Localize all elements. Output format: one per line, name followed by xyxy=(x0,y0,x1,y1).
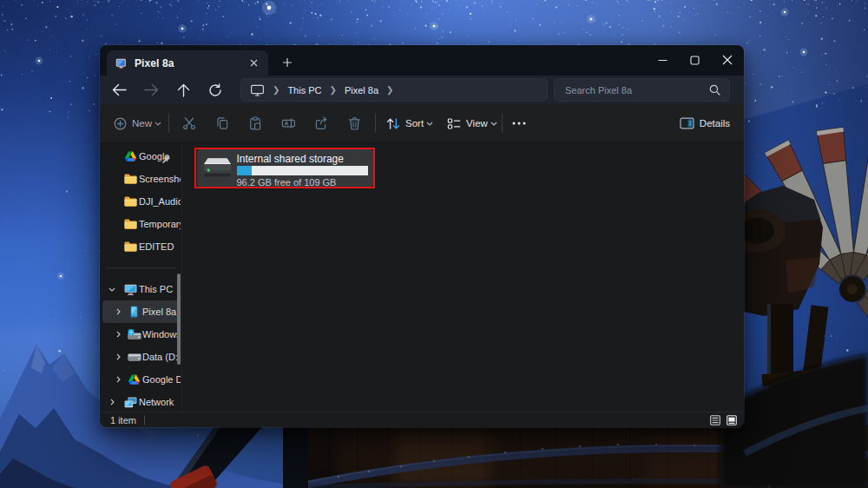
files-area: Internal shared storage 96.2 GB free of … xyxy=(182,143,744,412)
address-bar[interactable]: ❯ This PC ❯ Pixel 8a ❯ xyxy=(240,78,548,102)
sidebar-item-network[interactable]: Network xyxy=(102,391,181,412)
back-button[interactable] xyxy=(106,78,132,102)
annotation-rectangle xyxy=(194,148,376,189)
paste-button[interactable] xyxy=(239,109,272,137)
sidebar-item-label: Pixel 8a xyxy=(142,307,181,317)
monitor-icon xyxy=(250,84,265,96)
status-bar: 1 item xyxy=(100,412,744,427)
large-thumbnails-view-button[interactable] xyxy=(726,414,738,426)
delete-button[interactable] xyxy=(338,109,371,137)
sidebar-item-google-drive[interactable]: Google Drive (G:) xyxy=(102,368,181,391)
details-button[interactable]: Details xyxy=(680,109,730,137)
rename-icon xyxy=(281,116,296,130)
sidebar-item-screenshots[interactable]: Screenshots xyxy=(102,168,181,190)
sidebar-item-edited[interactable]: EDITED xyxy=(102,235,181,258)
share-icon xyxy=(314,116,328,130)
chevron-right-icon xyxy=(108,399,116,406)
copy-button[interactable] xyxy=(206,109,239,137)
view-button-label: View xyxy=(466,118,488,129)
tab-bar: Pixel 8a xyxy=(100,45,744,76)
network-icon xyxy=(123,397,138,408)
caption-buttons xyxy=(647,45,743,75)
sidebar-item-temporary[interactable]: Temporary xyxy=(102,213,181,235)
chevron-down-icon xyxy=(108,287,116,292)
breadcrumb-chevron: ❯ xyxy=(378,85,401,95)
search-placeholder: Search Pixel 8a xyxy=(565,85,709,96)
navigation-bar: ❯ This PC ❯ Pixel 8a ❯ Search Pixel 8a xyxy=(100,76,744,104)
sidebar-item-label: DJI_Audio xyxy=(139,196,181,207)
copy-icon xyxy=(215,116,229,130)
command-bar: New xyxy=(100,104,744,143)
toolbar-separator xyxy=(375,114,376,133)
sidebar-item-google[interactable]: Google xyxy=(102,145,181,168)
file-explorer-window: Pixel 8a xyxy=(100,45,744,427)
sidebar-item-label: Google Drive (G:) xyxy=(142,374,181,385)
folder-icon xyxy=(123,174,138,184)
forward-button[interactable] xyxy=(138,78,164,102)
new-tab-button[interactable] xyxy=(276,51,299,74)
chevron-down-icon xyxy=(490,122,497,126)
breadcrumb-this-pc[interactable]: This PC xyxy=(287,85,321,96)
sidebar-item-dji-audio[interactable]: DJI_Audio xyxy=(102,190,181,213)
chevron-right-icon xyxy=(114,308,122,315)
view-button[interactable]: View xyxy=(443,109,502,137)
google-drive-icon xyxy=(127,374,141,385)
sidebar-item-label: This PC xyxy=(139,284,181,294)
navigation-pane: Google Screensh xyxy=(100,143,181,412)
minimize-button[interactable] xyxy=(647,45,679,75)
folder-icon xyxy=(123,241,138,252)
breadcrumb-pixel-8a[interactable]: Pixel 8a xyxy=(345,85,378,96)
sidebar-scrollbar[interactable] xyxy=(177,274,181,365)
sidebar-separator xyxy=(107,267,176,268)
status-separator xyxy=(144,416,145,425)
refresh-button[interactable] xyxy=(202,78,228,102)
plus-icon xyxy=(282,57,293,68)
sort-button-label: Sort xyxy=(405,118,424,129)
sidebar-item-windows-c[interactable]: Windows (C:) xyxy=(102,323,181,346)
chevron-down-icon xyxy=(426,122,433,126)
new-item-icon xyxy=(114,117,127,130)
rename-button[interactable] xyxy=(272,109,305,137)
details-button-label: Details xyxy=(700,118,730,129)
sort-button[interactable]: Sort xyxy=(382,109,437,137)
sidebar-item-label: Temporary xyxy=(139,219,181,229)
arrow-up-icon xyxy=(177,83,190,97)
phone-icon xyxy=(127,306,141,318)
new-button[interactable]: New xyxy=(110,109,165,137)
sidebar-item-label: EDITED xyxy=(139,241,181,252)
chevron-right-icon xyxy=(114,353,122,360)
arrow-left-icon xyxy=(112,83,127,96)
breadcrumb-chevron: ❯ xyxy=(322,85,345,95)
tab-title: Pixel 8a xyxy=(135,57,246,69)
folder-icon xyxy=(123,219,138,229)
drive-icon xyxy=(127,353,141,361)
maximize-button[interactable] xyxy=(679,45,711,75)
sidebar-item-label: Windows (C:) xyxy=(142,329,181,340)
tab-close-button[interactable] xyxy=(246,56,261,71)
more-options-button[interactable] xyxy=(506,109,532,137)
details-view-button[interactable] xyxy=(709,414,721,426)
maximize-icon xyxy=(690,56,700,65)
sidebar-item-pixel-8a[interactable]: Pixel 8a xyxy=(102,300,181,323)
thumbnail-view-icon xyxy=(727,415,737,425)
close-window-button[interactable] xyxy=(711,45,743,75)
chevron-down-icon xyxy=(155,122,161,126)
share-button[interactable] xyxy=(305,109,338,137)
cut-button[interactable] xyxy=(173,109,206,137)
breadcrumb-chevron: ❯ xyxy=(265,85,287,95)
up-button[interactable] xyxy=(170,78,196,102)
paste-icon xyxy=(248,116,262,130)
sidebar-item-this-pc[interactable]: This PC xyxy=(102,278,181,300)
chevron-right-icon xyxy=(114,331,122,338)
arrow-right-icon xyxy=(144,83,159,96)
search-box[interactable]: Search Pixel 8a xyxy=(554,78,730,102)
explorer-content: Google Screensh xyxy=(100,143,744,412)
sidebar-item-label: Network xyxy=(139,397,181,407)
refresh-icon xyxy=(208,83,222,97)
item-count: 1 item xyxy=(110,415,136,425)
google-drive-icon xyxy=(123,151,138,162)
sidebar-item-label: Screenshots xyxy=(139,174,181,184)
this-pc-icon xyxy=(115,58,127,69)
sidebar-item-data-d[interactable]: Data (D:) xyxy=(102,346,181,368)
tab-pixel-8a[interactable]: Pixel 8a xyxy=(107,50,268,76)
